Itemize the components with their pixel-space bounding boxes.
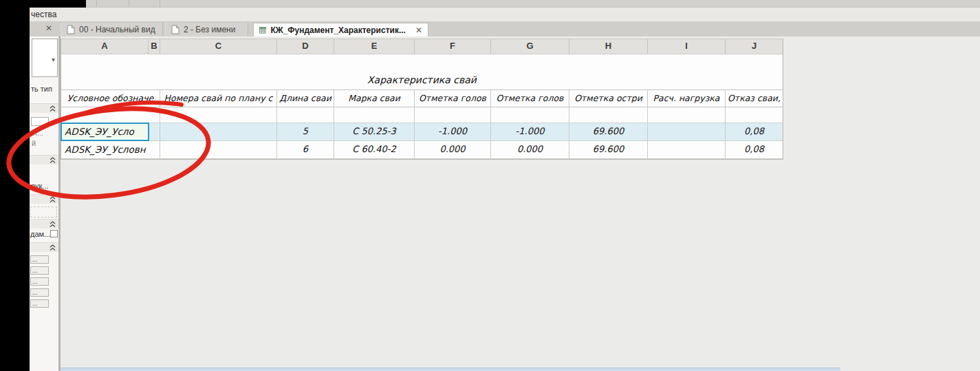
header-cell[interactable]: Отметка голов	[491, 90, 569, 107]
section-header[interactable]	[30, 242, 58, 252]
collapse-chevrons-icon[interactable]	[50, 196, 56, 203]
browse-button[interactable]: ...	[30, 277, 49, 286]
empty-cell[interactable]	[491, 107, 569, 123]
partial-panel-label: чества	[31, 10, 56, 19]
column-letter-D[interactable]: D	[277, 39, 334, 54]
cell[interactable]: -1.000	[491, 123, 569, 140]
browse-button[interactable]: ...	[30, 255, 49, 264]
cell[interactable]: -1.000	[415, 123, 491, 140]
collapse-chevrons-icon[interactable]	[50, 157, 56, 164]
cell[interactable]: 69.600	[569, 123, 648, 140]
tab-schedule-active[interactable]: КЖ_Фундамент_Характеристик... ✕	[253, 23, 428, 36]
toolbar-bottom-strip	[0, 0, 980, 8]
empty-parameter-row	[30, 206, 57, 218]
header-cell[interactable]: Марка сваи	[334, 90, 415, 107]
cell[interactable]: 0.000	[415, 141, 491, 158]
cell[interactable]	[648, 141, 726, 158]
document-icon	[171, 25, 179, 34]
section-header[interactable]	[30, 194, 58, 204]
cell[interactable]: 0.000	[491, 141, 569, 158]
cell[interactable]: ADSK_ЭУ_Усло	[61, 123, 149, 140]
schedule-view-canvas: ABCDEFGHIJ Характеристика свайУсловное о…	[61, 36, 980, 371]
empty-cell[interactable]	[334, 107, 415, 123]
cell[interactable]	[648, 123, 726, 140]
section-header[interactable]	[30, 103, 58, 113]
data-row-1: ADSK_ЭУ_Усло5С 50.25-3-1.000-1.00069.600…	[61, 123, 783, 141]
column-letter-J[interactable]: J	[726, 39, 783, 54]
data-row-2: ADSK_ЭУ_Условн6С 60.40-20.0000.00069.600…	[61, 141, 783, 159]
cell[interactable]: 6	[277, 141, 334, 158]
table-title[interactable]: Характеристика свай	[367, 71, 477, 89]
empty-cell[interactable]	[277, 107, 334, 123]
table-title-row: Характеристика свай	[61, 71, 783, 90]
parameter-value-field[interactable]	[31, 117, 49, 126]
column-letter-row: ABCDEFGHIJ	[61, 39, 783, 54]
toolbar-separator	[96, 0, 97, 7]
type-selector-dropdown[interactable]: ▾	[32, 39, 58, 77]
tab-label: 00 - Начальный вид	[79, 25, 155, 34]
table-header-row: Условное обозначеНомера свай по плану сД…	[61, 90, 783, 107]
empty-cell[interactable]	[569, 107, 648, 123]
header-cell[interactable]: Отказ сваи,	[726, 90, 783, 107]
section-header[interactable]	[30, 219, 58, 229]
schedule-table-icon	[259, 26, 266, 34]
cell[interactable]	[160, 123, 277, 140]
browse-button[interactable]: ...	[30, 288, 49, 297]
cell[interactable]: С 50.25-3	[334, 123, 415, 140]
cell[interactable]	[149, 123, 160, 140]
chevron-down-icon[interactable]: ▾	[52, 56, 55, 63]
cell[interactable]	[160, 141, 277, 158]
parameter-label-truncated: нт...	[30, 129, 43, 137]
collapse-chevrons-icon[interactable]	[50, 221, 56, 228]
properties-palette: ▾ ть тип нт... й рук... д	[30, 36, 58, 371]
header-cell[interactable]: Условное обозначе	[61, 90, 160, 107]
header-cell[interactable]: Длина сваи	[277, 90, 334, 107]
collapse-chevrons-icon[interactable]	[50, 105, 56, 112]
tab-label: 2 - Без имени	[184, 25, 235, 34]
column-letter-C[interactable]: C	[160, 39, 277, 54]
tab-label: КЖ_Фундамент_Характеристик...	[270, 25, 406, 35]
column-letter-E[interactable]: E	[334, 39, 415, 54]
cell[interactable]: 5	[277, 123, 334, 140]
ribbon-panel-band: чества	[0, 8, 980, 21]
browse-button[interactable]: ...	[30, 266, 49, 275]
header-cell[interactable]: Расч. нагрузка	[648, 90, 726, 107]
cell[interactable]: 69.600	[569, 141, 648, 158]
empty-cell[interactable]	[61, 107, 149, 123]
column-letter-G[interactable]: G	[491, 39, 569, 54]
column-letter-B[interactable]: B	[149, 39, 160, 54]
column-letter-I[interactable]: I	[648, 39, 726, 54]
empty-cell[interactable]	[149, 107, 160, 123]
cell[interactable]: 0,08	[726, 141, 783, 158]
cell[interactable]: 0,08	[726, 123, 783, 140]
revit-app-window: чества ✕ 00 - Начальный вид 2 - Без имен…	[0, 0, 980, 371]
column-letter-F[interactable]: F	[415, 39, 491, 54]
toolbar-separator	[129, 0, 129, 7]
empty-cell[interactable]	[415, 107, 491, 123]
cell[interactable]: ADSK_ЭУ_Условн	[61, 141, 149, 158]
column-letter-H[interactable]: H	[569, 39, 648, 54]
collapse-chevrons-icon[interactable]	[50, 244, 56, 251]
palette-close-icon[interactable]: ✕	[45, 23, 52, 33]
header-cell[interactable]: Отметка остри	[569, 90, 648, 107]
tab-unnamed-view[interactable]: 2 - Без имени	[165, 23, 248, 36]
tab-close-icon[interactable]: ✕	[415, 25, 422, 35]
empty-cell[interactable]	[726, 107, 783, 123]
parameter-checkbox[interactable]	[50, 230, 58, 237]
empty-cell[interactable]	[648, 107, 726, 123]
edit-type-label[interactable]: ть тип	[31, 85, 52, 93]
palette-splitter[interactable]	[58, 36, 61, 371]
header-cell[interactable]: Номера свай по плану с	[160, 90, 277, 107]
parameter-label-truncated: й	[32, 139, 36, 147]
header-cell[interactable]: Отметка голов	[415, 90, 491, 107]
section-header[interactable]	[30, 155, 58, 165]
horizontal-scrollbar[interactable]	[61, 368, 840, 371]
redacted-region	[0, 0, 86, 8]
column-letter-A[interactable]: A	[61, 39, 149, 54]
tab-start-view[interactable]: 00 - Начальный вид	[61, 23, 163, 36]
cell[interactable]: С 60.40-2	[334, 141, 415, 158]
cell[interactable]	[149, 141, 160, 158]
parameter-label-truncated: рук...	[31, 182, 48, 190]
browse-button[interactable]: ...	[30, 299, 49, 308]
empty-cell[interactable]	[160, 107, 277, 123]
